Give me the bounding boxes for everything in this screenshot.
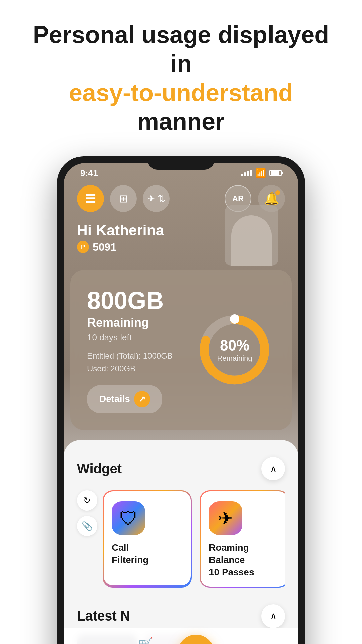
phone-screen: 9:41 📶 (64, 163, 298, 644)
donut-percent: 80% (217, 337, 252, 354)
battery-icon (269, 170, 282, 176)
donut-chart: 80% Remaining (194, 310, 275, 390)
nav-csl-button[interactable]: csl. (178, 635, 215, 644)
shop-icon: 🛒 (138, 637, 153, 644)
menu-button[interactable]: ☰ (77, 185, 104, 212)
latest-news-title: Latest N (77, 608, 130, 624)
phone-container: 9:41 📶 (0, 156, 362, 644)
page-header: Personal usage displayed in easy-to-unde… (0, 0, 362, 150)
headline-line1: Personal usage displayed in easy-to-unde… (20, 20, 342, 136)
widget-title: Widget (77, 461, 122, 476)
phone-notch (147, 156, 215, 170)
signal-bar-4 (250, 170, 252, 176)
data-amount: 800GB (87, 287, 194, 314)
latest-news-header: Latest N ∧ (77, 604, 285, 628)
widget-card-roaming-balance[interactable]: ✈ Roaming Balance10 Passes (200, 490, 285, 587)
qr-icon: ⊞ (119, 192, 128, 205)
page-wrapper: Personal usage displayed in easy-to-unde… (0, 0, 362, 644)
call-filtering-icon: 🛡 (112, 501, 145, 535)
refresh-icon: ↻ (83, 495, 91, 506)
nav-item-placeholder-1[interactable]: ⌂ ... (234, 641, 242, 644)
details-arrow-icon: ↗ (134, 391, 150, 407)
points-icon: P (77, 241, 89, 253)
header-left: ☰ ⊞ ✈ ⇅ (77, 185, 170, 212)
call-filtering-label: CallFiltering (112, 542, 148, 566)
widget-refresh-button[interactable]: ↻ (77, 490, 97, 511)
chevron-up-icon: ∧ (270, 463, 277, 474)
signal-bars-icon (241, 170, 252, 176)
nav-item-online-shop[interactable]: 🛒 ONLINESHOP (133, 637, 158, 644)
user-photo (225, 205, 278, 266)
widget-section-header: Widget ∧ (77, 457, 285, 480)
widget-controls: ↻ 📎 (77, 490, 97, 536)
data-days-left: 10 days left (87, 332, 194, 343)
details-button[interactable]: Details ↗ (87, 385, 162, 413)
battery-fill (271, 171, 279, 175)
signal-bar-3 (247, 171, 249, 176)
widget-card-call-filtering[interactable]: 🛡 CallFiltering (103, 490, 192, 587)
qr-button[interactable]: ⊞ (110, 185, 137, 212)
user-silhouette (231, 215, 272, 266)
data-entitled-info: Entitled (Total): 1000GB Used: 200GB (87, 350, 194, 375)
wifi-icon: 📶 (255, 168, 266, 178)
phone-mockup: 9:41 📶 (57, 156, 305, 644)
widget-card-roaming-inner: ✈ Roaming Balance10 Passes (201, 491, 285, 586)
latest-news-scroll-up[interactable]: ∧ (261, 604, 285, 628)
donut-sub-label: Remaining (217, 354, 252, 362)
edit-icon: 📎 (82, 521, 93, 531)
status-right: 📶 (241, 168, 282, 178)
signal-bar-1 (241, 174, 243, 176)
status-time: 9:41 (80, 168, 98, 178)
donut-center-text: 80% Remaining (217, 337, 252, 363)
points-value: 5091 (93, 241, 116, 253)
widget-cards-container: 🛡 CallFiltering (103, 490, 285, 587)
chevron-up-icon-latest: ∧ (270, 610, 277, 622)
widget-collapse-button[interactable]: ∧ (261, 457, 285, 480)
nav-item-placeholder-2[interactable]: ⌂ ... (261, 641, 268, 644)
notification-dot (275, 190, 280, 195)
roaming-balance-icon: ✈ (209, 501, 242, 535)
widgets-row: ↻ 📎 (77, 490, 285, 587)
roaming-balance-label: Roaming Balance10 Passes (209, 542, 280, 578)
donut-handle (230, 314, 239, 324)
bottom-area: Widget ∧ ↻ (64, 440, 298, 644)
flight-toggle-button[interactable]: ✈ ⇅ (143, 185, 170, 212)
flight-icon: ✈ ⇅ (147, 193, 165, 204)
nav-item-home[interactable]: ⌂ HOME (94, 641, 114, 644)
data-info-left: 800GB Remaining 10 days left Entitled (T… (87, 287, 194, 414)
greeting-area: Hi Katherina P 5091 (64, 219, 298, 260)
signal-bar-2 (244, 172, 246, 176)
home-icon: ⌂ (100, 641, 107, 644)
data-remaining-label: Remaining (87, 316, 194, 330)
widget-section: Widget ∧ ↻ (64, 450, 298, 594)
widget-card-call-inner: 🛡 CallFiltering (104, 491, 191, 585)
bottom-nav: ⌂ HOME 🛒 ONLINESHOP csl. ⌂ (64, 628, 298, 644)
data-card: 800GB Remaining 10 days left Entitled (T… (70, 270, 292, 430)
widget-edit-button[interactable]: 📎 (77, 516, 97, 536)
headline-accent: easy-to-understand (69, 79, 293, 106)
